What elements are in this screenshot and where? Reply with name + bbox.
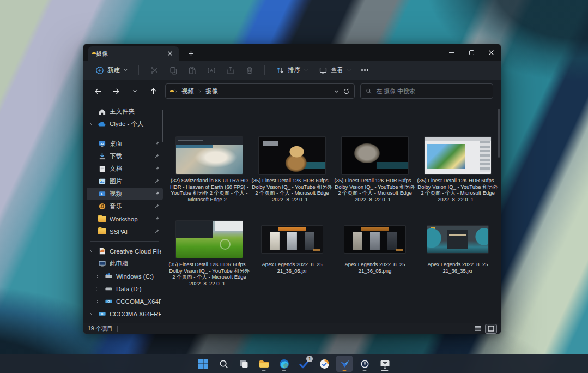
close-button[interactable]	[481, 44, 501, 61]
rename-button[interactable]	[203, 63, 220, 77]
password-manager-button[interactable]	[356, 356, 373, 372]
search-button[interactable]	[215, 356, 232, 372]
sidebar-item-videos[interactable]: 视频	[87, 188, 163, 200]
recent-locations-button[interactable]	[128, 85, 141, 98]
sidebar-item-downloads[interactable]: 下载	[87, 150, 163, 163]
pin-icon	[154, 191, 161, 197]
drive-icon	[104, 285, 113, 293]
task-view-icon	[238, 358, 249, 369]
attention-indicator	[343, 370, 347, 372]
file-item[interactable]: (32) Switzerland in 8K ULTRA HD HDR - He…	[168, 136, 250, 202]
active-indicator	[381, 370, 389, 372]
sidebar-item-cccoma-drive[interactable]: CCCOMA_X64FRE_ZH-	[87, 295, 163, 308]
sidebar-item-workshop[interactable]: Workshop	[87, 213, 163, 225]
thumbnail-view-toggle[interactable]	[486, 324, 496, 333]
explorer-tab[interactable]: 摄像	[88, 46, 179, 61]
paste-icon	[187, 65, 197, 75]
breadcrumb-camera[interactable]: 摄像	[205, 87, 218, 95]
file-name: Apex Legends 2022_8_25 21_36_05.png	[335, 261, 416, 274]
minimize-button[interactable]	[442, 44, 462, 61]
file-explorer-icon	[258, 358, 270, 370]
todo-button[interactable]: 1	[296, 356, 312, 372]
file-item[interactable]: (35) Finest Detail 12K HDR 60fps _ Dolby…	[251, 136, 333, 202]
cut-button[interactable]	[146, 63, 162, 77]
file-item[interactable]: (35) Finest Detail 12K HDR 60fps _ Dolby…	[334, 136, 416, 202]
search-box[interactable]	[360, 83, 493, 99]
breadcrumb[interactable]: 视频 摄像	[165, 83, 355, 99]
chevron-right-icon	[173, 89, 178, 94]
file-name: (35) Finest Detail 12K HDR 60fps _ Dolby…	[417, 177, 499, 202]
toolbar-separator	[138, 65, 139, 75]
delete-button[interactable]	[241, 63, 258, 77]
pin-icon	[154, 228, 161, 235]
title-bar-drag-region[interactable]	[196, 44, 442, 61]
share-button[interactable]	[222, 63, 239, 77]
address-dropdown-icon[interactable]	[334, 88, 340, 94]
sidebar-item-documents[interactable]: 文档	[87, 163, 163, 175]
thumbnail-view-icon	[488, 326, 494, 332]
maximize-button[interactable]	[462, 44, 481, 61]
sidebar-separator	[90, 241, 159, 242]
file-name: (35) Finest Detail 12K HDR 60fps _ Dolby…	[335, 177, 416, 202]
file-explorer-button[interactable]	[256, 356, 272, 372]
search-input[interactable]	[376, 88, 488, 94]
remote-display-icon	[379, 358, 391, 370]
sidebar-item-this-pc[interactable]: 此电脑	[87, 257, 163, 270]
forward-button[interactable]	[110, 85, 123, 98]
sidebar-item-windows-c[interactable]: Windows (C:)	[87, 270, 163, 282]
file-name: (32) Switzerland in 8K ULTRA HD HDR - He…	[169, 177, 250, 202]
sidebar-item-data-d[interactable]: Data (D:)	[87, 282, 163, 295]
up-button[interactable]	[147, 85, 160, 98]
back-button[interactable]	[91, 85, 104, 98]
task-view-button[interactable]	[235, 356, 252, 372]
pin-icon	[154, 203, 161, 210]
copy-button[interactable]	[165, 63, 181, 77]
blue-app-button[interactable]	[336, 356, 353, 372]
file-item[interactable]: Apex Legends 2022_8_25 21_36_05.jxr	[251, 220, 333, 286]
chevron-down-icon	[123, 68, 128, 73]
sort-button[interactable]: 排序	[271, 63, 312, 77]
close-tab-icon[interactable]	[165, 49, 175, 58]
breadcrumb-videos[interactable]: 视频	[181, 87, 194, 95]
sidebar-item-desktop[interactable]: 桌面	[87, 137, 163, 150]
file-thumbnail	[262, 226, 323, 253]
delete-icon	[245, 65, 254, 75]
content-scrollbar[interactable]	[498, 109, 500, 158]
paste-button[interactable]	[184, 63, 201, 77]
file-item[interactable]: Apex Legends 2022_8_25 21_36_35.jxr	[417, 220, 499, 286]
music-icon	[98, 202, 106, 211]
sidebar-item-music[interactable]: 音乐	[87, 200, 163, 213]
remote-display-button[interactable]	[377, 356, 393, 372]
clock-app-button[interactable]	[316, 356, 332, 372]
maximize-icon	[469, 50, 474, 55]
sidebar-item-home[interactable]: 主文件夹	[87, 105, 163, 118]
sort-icon	[275, 65, 284, 75]
pin-icon	[154, 178, 161, 185]
sidebar-item-sspai[interactable]: SSPAI	[87, 225, 163, 238]
file-explorer-window: 摄像 新建	[83, 44, 501, 334]
view-button[interactable]: 查看	[314, 63, 355, 77]
new-tab-button[interactable]	[186, 49, 196, 58]
sidebar-item-cccoma-drive-2[interactable]: CCCOMA X64FRE ZH-C	[87, 308, 163, 320]
file-thumbnail	[259, 137, 325, 174]
file-thumbnail	[427, 226, 488, 253]
start-button[interactable]	[195, 356, 211, 372]
sidebar-scrollbar[interactable]	[162, 110, 163, 142]
file-thumbnail	[344, 226, 405, 253]
refresh-icon[interactable]	[343, 88, 350, 95]
sidebar-item-creative-cloud[interactable]: Creative Cloud Files	[87, 245, 163, 257]
file-item[interactable]: Apex Legends 2022_8_25 21_36_05.png	[334, 220, 416, 286]
details-view-toggle[interactable]	[472, 324, 483, 333]
chevron-right-icon	[89, 249, 93, 254]
chevron-down-icon	[304, 68, 308, 73]
edge-button[interactable]	[276, 356, 292, 372]
sidebar-item-onedrive[interactable]: Clyde - 个人	[87, 118, 163, 130]
new-icon	[95, 65, 104, 75]
file-item[interactable]: (35) Finest Detail 12K HDR 60fps _ Dolby…	[168, 220, 250, 286]
sidebar-item-pictures[interactable]: 图片	[87, 175, 163, 188]
copy-icon	[168, 65, 178, 75]
file-grid: (32) Switzerland in 8K ULTRA HD HDR - He…	[164, 102, 501, 323]
new-button[interactable]: 新建	[91, 63, 132, 77]
more-options-button[interactable]	[357, 67, 372, 74]
file-item[interactable]: (35) Finest Detail 12K HDR 60fps _ Dolby…	[417, 136, 499, 202]
